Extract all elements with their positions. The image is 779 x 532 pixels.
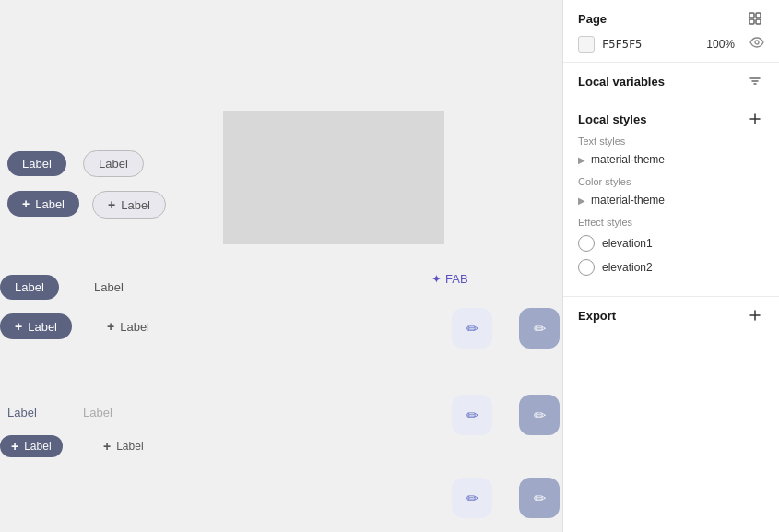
filled-icon-button-1[interactable]: + Label — [7, 191, 79, 217]
color-style-name: material-theme — [591, 194, 665, 207]
outlined-icon-button-1[interactable]: + Label — [92, 191, 166, 219]
grid-icon-button[interactable] — [746, 9, 764, 28]
local-variables-section: Local variables — [563, 63, 779, 100]
edit-button-1[interactable]: ✏ — [452, 308, 492, 349]
text-styles-subsection: Text styles ▶ material-theme — [578, 136, 764, 169]
effect-style-item-1[interactable]: elevation1 — [578, 231, 764, 255]
edit-button-2[interactable]: ✏ — [519, 308, 560, 349]
svg-point-4 — [755, 41, 759, 44]
diamond-icon: ✦ — [431, 272, 442, 286]
effect-styles-label: Effect styles — [578, 217, 764, 228]
outlined-icon-button-2[interactable]: + Label — [92, 313, 164, 339]
plus-icon — [748, 112, 762, 126]
plus-icon: + — [11, 439, 18, 454]
small-label-2: Label — [83, 406, 112, 420]
filled-button-2[interactable]: Label — [0, 275, 59, 300]
add-local-style-button[interactable] — [746, 110, 764, 128]
edit-button-5[interactable]: ✏ — [452, 478, 492, 518]
chevron-right-icon: ▶ — [578, 155, 585, 165]
svg-rect-3 — [756, 19, 761, 24]
placeholder-rectangle — [223, 111, 444, 244]
color-opacity-value: 100% — [706, 38, 735, 51]
canvas: Label Label + Label + Label Label Label … — [0, 0, 562, 532]
add-export-button[interactable] — [746, 306, 764, 325]
edit-button-6[interactable]: ✏ — [519, 478, 560, 518]
page-section: Page F5F5F5 100% — [563, 0, 779, 63]
local-styles-section: Local styles Text styles ▶ material-them… — [563, 100, 779, 297]
effect-styles-subsection: Effect styles elevation1 elevation2 — [578, 217, 764, 279]
color-styles-subsection: Color styles ▶ material-theme — [578, 176, 764, 209]
text-style-name: material-theme — [591, 153, 665, 166]
plus-icon: + — [15, 319, 22, 334]
filled-icon-button-2[interactable]: + Label — [0, 313, 72, 339]
svg-rect-1 — [756, 13, 761, 18]
effect-style-item-2[interactable]: elevation2 — [578, 255, 764, 279]
effect-circle-icon — [578, 235, 595, 252]
color-swatch[interactable] — [578, 36, 595, 53]
effect-circle-icon — [578, 259, 595, 276]
plus-icon: + — [108, 197, 115, 212]
plus-icon: + — [107, 319, 114, 334]
color-style-item[interactable]: ▶ material-theme — [578, 191, 764, 209]
effect-style-name-2: elevation2 — [602, 261, 653, 274]
plus-icon: + — [103, 439, 111, 454]
page-title: Page — [578, 12, 607, 26]
plus-icon — [748, 308, 762, 323]
color-hex-value: F5F5F5 — [602, 38, 642, 51]
small-outlined-icon-button[interactable]: + Label — [92, 435, 155, 457]
filter-icon — [748, 74, 762, 89]
effect-style-name-1: elevation1 — [602, 237, 653, 250]
local-styles-title: Local styles — [578, 112, 646, 126]
small-label-1: Label — [7, 406, 37, 420]
visibility-icon[interactable] — [749, 35, 764, 53]
plus-icon: + — [22, 196, 30, 211]
export-section: Export — [563, 297, 779, 334]
svg-rect-0 — [749, 13, 754, 18]
filter-icon-button[interactable] — [746, 72, 764, 90]
edit-button-4[interactable]: ✏ — [519, 395, 560, 435]
small-filled-icon-button[interactable]: + Label — [0, 435, 63, 457]
outlined-button-1[interactable]: Label — [83, 150, 144, 177]
fab-label: ✦ FAB — [431, 272, 468, 286]
grid-icon — [748, 11, 762, 26]
color-styles-label: Color styles — [578, 176, 764, 187]
right-panel: Page F5F5F5 100% Local — [562, 0, 779, 532]
edit-button-3[interactable]: ✏ — [452, 395, 492, 435]
text-styles-label: Text styles — [578, 136, 764, 147]
svg-rect-2 — [749, 19, 754, 24]
export-title: Export — [578, 309, 616, 323]
text-style-item[interactable]: ▶ material-theme — [578, 150, 764, 169]
local-variables-title: Local variables — [578, 75, 665, 89]
outlined-button-2[interactable]: Label — [79, 275, 138, 300]
filled-button-1[interactable]: Label — [7, 151, 66, 176]
chevron-right-icon: ▶ — [578, 195, 585, 206]
